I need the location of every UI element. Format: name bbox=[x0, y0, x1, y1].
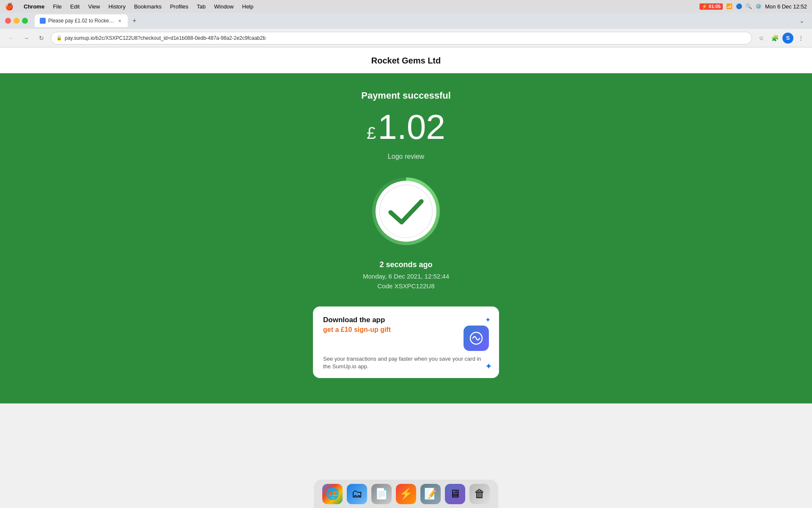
menubar-item-view[interactable]: View bbox=[84, 3, 104, 11]
menubar-item-history[interactable]: History bbox=[104, 3, 129, 11]
menubar: 🍎 Chrome File Edit View History Bookmark… bbox=[0, 0, 812, 13]
menubar-item-bookmarks[interactable]: Bookmarks bbox=[130, 3, 166, 11]
search-icon[interactable]: 🔍 bbox=[746, 3, 752, 9]
merchant-name: Rocket Gems Ltd bbox=[0, 56, 812, 66]
menubar-right: ⚡ 01:05 📶 🔵 🔍 ⚙️ Mon 6 Dec 12:52 bbox=[700, 3, 807, 10]
menubar-item-file[interactable]: File bbox=[49, 3, 66, 11]
menu-button[interactable]: ⋮ bbox=[795, 32, 807, 44]
tab-title: Please pay £1.02 to Rocket Ge... bbox=[48, 18, 114, 24]
tab-bar: Please pay £1.02 to Rocket Ge... ✕ + ⌄ bbox=[35, 14, 807, 27]
control-center-icon[interactable]: ⚙️ bbox=[755, 3, 762, 9]
forward-button[interactable]: → bbox=[20, 32, 32, 44]
app-card-text: Download the app get a £10 sign-up gift bbox=[323, 316, 464, 334]
page-header: Rocket Gems Ltd bbox=[0, 47, 812, 73]
menubar-item-help[interactable]: Help bbox=[238, 3, 258, 11]
lock-icon: 🔒 bbox=[56, 35, 62, 41]
dock-window[interactable]: 🖥 bbox=[445, 484, 465, 504]
app-card-description: See your transactions and pay faster whe… bbox=[323, 355, 489, 370]
payment-status-label: Payment successful bbox=[361, 90, 451, 101]
dock-notes[interactable]: 📝 bbox=[420, 484, 441, 504]
dock: 🌐 🗂 📄 ⚡ 📝 🖥 🗑 bbox=[313, 479, 499, 508]
profile-button[interactable]: S bbox=[782, 33, 793, 44]
reload-button[interactable]: ↻ bbox=[36, 32, 47, 44]
navbar: ← → ↻ 🔒 pay.sumup.io/b2c/XSXPC122U8?chec… bbox=[0, 29, 812, 47]
traffic-lights bbox=[5, 18, 28, 24]
back-button[interactable]: ← bbox=[5, 32, 17, 44]
amount-value: 1.02 bbox=[378, 110, 445, 144]
dock-files[interactable]: 📄 bbox=[371, 484, 392, 504]
payment-datetime: Monday, 6 Dec 2021, 12:52:44 bbox=[363, 273, 449, 280]
svg-point-0 bbox=[380, 185, 433, 238]
app-card-top: Download the app get a £10 sign-up gift … bbox=[323, 316, 489, 351]
url-text: pay.sumup.io/b2c/XSXPC122U8?checkout_id=… bbox=[65, 35, 746, 41]
page-content: Rocket Gems Ltd Payment successful £ 1.0… bbox=[0, 47, 812, 403]
sparkle-bottom-icon: ✦ bbox=[485, 361, 492, 371]
menubar-time: Mon 6 Dec 12:52 bbox=[765, 3, 807, 10]
payment-amount: £ 1.02 bbox=[367, 110, 445, 144]
titlebar: Please pay £1.02 to Rocket Ge... ✕ + ⌄ bbox=[0, 13, 812, 29]
nav-icons-right: ☆ 🧩 S ⋮ bbox=[755, 32, 807, 44]
wifi-icon: 📶 bbox=[726, 3, 732, 9]
tab-close-button[interactable]: ✕ bbox=[117, 18, 123, 24]
chrome-window: Please pay £1.02 to Rocket Ge... ✕ + ⌄ ←… bbox=[0, 13, 812, 403]
dock-finder[interactable]: 🗂 bbox=[347, 484, 367, 504]
dock-trash[interactable]: 🗑 bbox=[469, 484, 490, 504]
app-card-title: Download the app bbox=[323, 316, 464, 324]
dock-chrome[interactable]: 🌐 bbox=[322, 484, 343, 504]
payment-description: Logo review bbox=[388, 153, 424, 160]
close-button[interactable] bbox=[5, 18, 11, 24]
tab-favicon bbox=[40, 18, 46, 24]
battery-indicator: ⚡ 01:05 bbox=[700, 3, 723, 10]
menubar-item-window[interactable]: Window bbox=[210, 3, 238, 11]
menubar-item-tab[interactable]: Tab bbox=[192, 3, 210, 11]
currency-symbol: £ bbox=[367, 124, 376, 141]
new-tab-button[interactable]: + bbox=[129, 15, 140, 27]
extension-icon[interactable]: 🧩 bbox=[769, 32, 781, 44]
checkmark-inner bbox=[376, 181, 436, 242]
minimize-button[interactable] bbox=[14, 18, 19, 24]
payment-code: Code XSXPC122U8 bbox=[377, 282, 434, 290]
checkmark-icon bbox=[379, 184, 433, 239]
checkmark-ring bbox=[372, 177, 440, 245]
bluetooth-icon: 🔵 bbox=[736, 3, 742, 9]
bookmark-icon[interactable]: ☆ bbox=[755, 32, 767, 44]
sparkle-top-icon: ✦ bbox=[485, 316, 491, 324]
menubar-item-chrome[interactable]: Chrome bbox=[19, 3, 49, 11]
app-download-card[interactable]: Download the app get a £10 sign-up gift … bbox=[313, 306, 499, 378]
active-tab[interactable]: Please pay £1.02 to Rocket Ge... ✕ bbox=[35, 14, 128, 27]
app-card-promo: get a £10 sign-up gift bbox=[323, 326, 464, 334]
maximize-button[interactable] bbox=[22, 18, 28, 24]
code-label: Code bbox=[377, 282, 392, 290]
apple-menu-icon[interactable]: 🍎 bbox=[5, 3, 14, 11]
code-value: XSXPC122U8 bbox=[394, 282, 434, 290]
address-bar[interactable]: 🔒 pay.sumup.io/b2c/XSXPC122U8?checkout_i… bbox=[51, 32, 752, 44]
sumup-app-icon bbox=[464, 326, 489, 351]
payment-section: Payment successful £ 1.02 Logo review bbox=[0, 73, 812, 403]
checkmark-container bbox=[372, 177, 440, 245]
payment-time-ago: 2 seconds ago bbox=[379, 260, 432, 269]
app-card-icon-area: ✦ bbox=[464, 316, 489, 351]
dock-lightning[interactable]: ⚡ bbox=[396, 484, 416, 504]
menubar-item-profiles[interactable]: Profiles bbox=[166, 3, 192, 11]
tab-expand-icon[interactable]: ⌄ bbox=[797, 17, 807, 24]
menubar-item-edit[interactable]: Edit bbox=[66, 3, 84, 11]
